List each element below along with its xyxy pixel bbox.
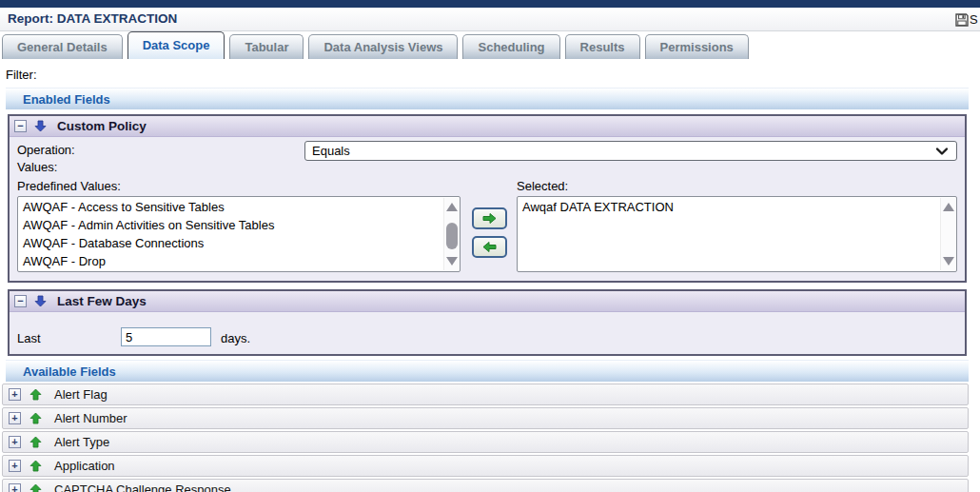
predefined-values-label: Predefined Values: (17, 179, 121, 193)
save-button[interactable]: S (954, 10, 980, 29)
field-label: Alert Flag (54, 387, 108, 402)
field-row-application[interactable]: Application (2, 455, 969, 477)
days-input[interactable] (121, 327, 211, 346)
scroll-down-icon[interactable] (446, 257, 458, 266)
values-label: Values: (17, 160, 57, 174)
selected-listbox[interactable]: Awqaf DATA EXTRACTION (517, 196, 957, 272)
operation-select[interactable]: Equals (304, 141, 957, 161)
section-header-available-fields: Available Fields (6, 360, 969, 382)
chevron-down-icon (935, 146, 949, 157)
list-item[interactable]: AWQAF - Database Connections (18, 234, 443, 252)
expand-icon[interactable] (9, 436, 21, 448)
last-label: Last (17, 331, 41, 345)
tab-results[interactable]: Results (565, 34, 640, 59)
field-label: CAPTCHA Challenge Response (54, 482, 231, 492)
up-arrow-icon[interactable] (29, 412, 42, 424)
field-row-alert-type[interactable]: Alert Type (2, 431, 969, 453)
expand-icon[interactable] (9, 483, 21, 492)
left-arrow-icon (481, 241, 498, 253)
scrollbar[interactable] (443, 198, 459, 270)
scroll-thumb[interactable] (446, 223, 458, 249)
tab-tabular[interactable]: Tabular (229, 34, 304, 59)
field-row-alert-number[interactable]: Alert Number (2, 407, 969, 429)
field-label: Alert Number (54, 411, 127, 425)
field-row-captcha-challenge-response[interactable]: CAPTCHA Challenge Response (2, 479, 969, 492)
up-arrow-icon[interactable] (29, 460, 42, 472)
custom-policy-title: Custom Policy (57, 119, 147, 133)
operation-label: Operation: (17, 143, 75, 157)
tab-general-details[interactable]: General Details (2, 34, 123, 59)
field-label: Alert Type (54, 435, 109, 449)
scrollbar[interactable] (940, 198, 955, 270)
up-arrow-icon[interactable] (29, 388, 42, 401)
field-label: Application (54, 459, 115, 473)
expand-icon[interactable] (9, 460, 21, 472)
predefined-values-items: AWQAF - Access to Sensitive Tables AWQAF… (18, 198, 443, 270)
custom-policy-header[interactable]: Custom Policy (10, 116, 965, 137)
last-few-days-header[interactable]: Last Few Days (10, 291, 965, 312)
right-arrow-icon (481, 212, 498, 225)
last-few-days-title: Last Few Days (57, 294, 147, 308)
up-arrow-icon[interactable] (29, 483, 42, 492)
report-editor-window: Report: DATA EXTRACTION S General Detail… (0, 0, 980, 492)
down-arrow-icon[interactable] (34, 120, 47, 132)
list-item[interactable]: Awqaf DATA EXTRACTION (518, 198, 940, 216)
custom-policy-panel: Custom Policy Operation: Equals Values: … (8, 114, 967, 283)
scroll-up-icon[interactable] (446, 203, 458, 211)
filter-label: Filter: (6, 68, 37, 82)
save-button-label: S (970, 12, 978, 27)
page-title: Report: DATA EXTRACTION (8, 8, 177, 30)
scroll-down-icon[interactable] (943, 257, 954, 266)
list-item[interactable]: AWQAF - Admin Activities on Sensitive Ta… (18, 216, 443, 234)
move-left-button[interactable] (472, 236, 507, 258)
tab-permissions[interactable]: Permissions (645, 34, 749, 59)
days-suffix-label: days. (221, 331, 250, 345)
floppy-disk-icon (954, 12, 970, 28)
collapse-icon[interactable] (14, 120, 27, 132)
collapse-icon[interactable] (14, 295, 27, 307)
list-item[interactable]: AWQAF - Access to Sensitive Tables (18, 198, 443, 216)
tab-bar: General Details Data Scope Tabular Data … (2, 31, 980, 59)
field-row-alert-flag[interactable]: Alert Flag (2, 384, 969, 405)
scroll-up-icon[interactable] (943, 203, 954, 211)
expand-icon[interactable] (9, 412, 21, 424)
expand-icon[interactable] (9, 388, 21, 401)
operation-select-value: Equals (312, 144, 350, 158)
tab-scheduling[interactable]: Scheduling (462, 34, 559, 59)
move-right-button[interactable] (472, 207, 507, 229)
section-header-enabled-fields: Enabled Fields (6, 88, 969, 109)
last-few-days-panel: Last Few Days Last days. (8, 289, 967, 356)
down-arrow-icon[interactable] (34, 295, 47, 307)
list-item[interactable]: AWQAF - Drop (18, 252, 443, 270)
title-bar: Report: DATA EXTRACTION S (0, 8, 980, 31)
up-arrow-icon[interactable] (29, 436, 42, 448)
window-accent-bar (0, 0, 980, 8)
selected-label: Selected: (517, 179, 568, 193)
tab-data-analysis-views[interactable]: Data Analysis Views (308, 34, 458, 59)
predefined-values-listbox[interactable]: AWQAF - Access to Sensitive Tables AWQAF… (17, 196, 461, 272)
tab-data-scope[interactable]: Data Scope (127, 31, 225, 59)
selected-items: Awqaf DATA EXTRACTION (518, 198, 940, 216)
